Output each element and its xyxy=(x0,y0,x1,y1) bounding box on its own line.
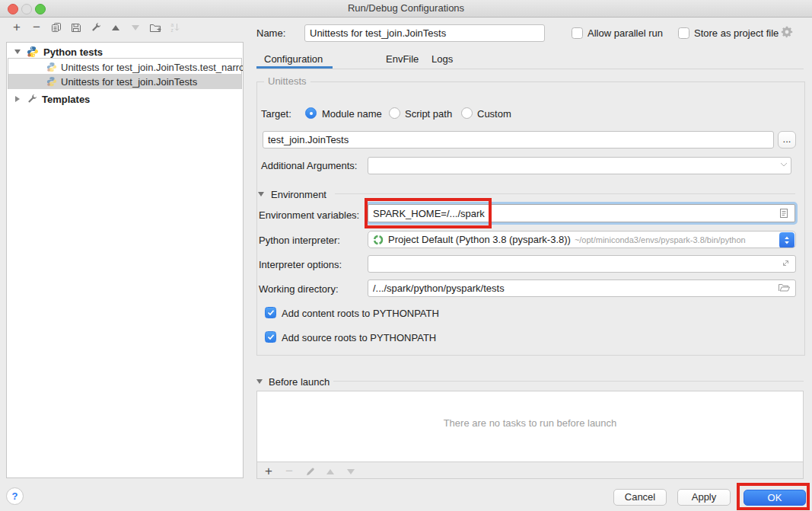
tree-item-test-narrow[interactable]: Unittests for test_join.JoinTests.test_n… xyxy=(7,59,243,75)
templates-wrench-icon xyxy=(27,94,37,104)
before-launch-panel: There are no tasks to run before launch … xyxy=(256,391,804,479)
svg-text:z: z xyxy=(171,27,174,33)
move-up-icon[interactable] xyxy=(109,21,123,34)
titlebar: Run/Debug Configurations xyxy=(0,0,812,18)
add-content-roots-label: Add content roots to PYTHONPATH xyxy=(282,307,439,321)
before-launch-collapse-caret-icon[interactable] xyxy=(256,379,263,384)
save-configuration-icon[interactable] xyxy=(69,21,83,34)
window-title: Run/Debug Configurations xyxy=(0,2,812,14)
python-interpreter-label: Python interpreter: xyxy=(259,234,340,248)
before-launch-empty-text: There are no tasks to run before launch xyxy=(257,417,803,429)
edit-task-icon[interactable] xyxy=(303,465,317,478)
additional-arguments-label: Additional Arguments: xyxy=(261,159,357,173)
radio-module-name[interactable] xyxy=(305,107,317,119)
browse-folder-icon[interactable] xyxy=(778,283,791,292)
store-as-project-file-label: Store as project file xyxy=(694,27,779,40)
unittests-group-title: Unittests xyxy=(264,75,310,87)
edit-templates-icon[interactable] xyxy=(89,21,103,34)
name-input[interactable] xyxy=(304,24,545,42)
help-button[interactable]: ? xyxy=(6,487,24,505)
store-as-project-file-checkbox[interactable] xyxy=(678,27,689,39)
tree-item-jointests-selected[interactable]: Unittests for test_join.JoinTests xyxy=(8,74,241,89)
apply-button[interactable]: Apply xyxy=(677,489,731,506)
environment-section-label: Environment xyxy=(271,188,326,202)
sort-configurations-icon[interactable]: az xyxy=(168,21,182,34)
python-test-icon xyxy=(46,62,57,72)
before-launch-toolbar: + − xyxy=(262,465,358,478)
python-interpreter-value: Project Default (Python 3.8 (pyspark-3.8… xyxy=(388,234,571,245)
ok-button[interactable]: OK xyxy=(744,490,806,506)
move-task-down-icon[interactable] xyxy=(344,465,358,478)
working-directory-label: Working directory: xyxy=(259,283,339,296)
expand-caret-icon[interactable] xyxy=(15,96,20,102)
before-launch-task-list[interactable]: There are no tasks to run before launch xyxy=(257,391,803,462)
tabs-divider-line xyxy=(256,69,804,69)
remove-configuration-icon[interactable]: − xyxy=(30,21,43,34)
tab-configuration[interactable]: Configuration xyxy=(264,52,323,67)
interpreter-options-label: Interpreter options: xyxy=(259,258,342,272)
radio-script-path-label: Script path xyxy=(405,107,452,121)
copy-configuration-icon[interactable] xyxy=(49,21,63,34)
environment-collapse-caret-icon[interactable] xyxy=(258,192,264,196)
move-down-icon[interactable] xyxy=(129,21,142,34)
python-interpreter-select[interactable]: Project Default (Python 3.8 (pyspark-3.8… xyxy=(368,231,796,248)
environment-variables-label: Environment variables: xyxy=(259,209,359,222)
tab-envfile[interactable]: EnvFile xyxy=(386,52,419,67)
radio-script-path[interactable] xyxy=(389,107,400,119)
python-tests-icon xyxy=(27,46,39,58)
configurations-toolbar: + − az xyxy=(10,21,182,34)
add-source-roots-label: Add source roots to PYTHONPATH xyxy=(282,331,436,345)
allow-parallel-run-checkbox[interactable] xyxy=(572,27,583,39)
target-label: Target: xyxy=(261,107,291,121)
radio-custom[interactable] xyxy=(461,107,473,119)
environment-variables-input[interactable] xyxy=(368,204,795,222)
interpreter-options-input[interactable] xyxy=(368,255,796,273)
tree-item-label: Unittests for test_join.JoinTests.test_n… xyxy=(61,62,243,73)
remove-task-icon[interactable]: − xyxy=(282,465,296,478)
tab-logs[interactable]: Logs xyxy=(431,52,453,67)
working-directory-input[interactable] xyxy=(368,279,796,297)
environment-separator-line xyxy=(335,193,795,194)
radio-custom-label: Custom xyxy=(477,107,511,121)
move-task-up-icon[interactable] xyxy=(323,465,337,478)
radio-module-name-label: Module name xyxy=(322,107,382,121)
tree-item-label: Templates xyxy=(42,94,90,105)
additional-arguments-input[interactable] xyxy=(368,157,791,174)
add-content-roots-checkbox[interactable] xyxy=(265,307,276,318)
store-options-gear-icon[interactable] xyxy=(781,26,793,38)
collapse-caret-icon[interactable] xyxy=(14,50,21,54)
before-launch-separator-line xyxy=(333,381,804,382)
expand-field-chevron-icon[interactable] xyxy=(779,161,788,168)
name-label: Name: xyxy=(256,27,285,40)
tree-item-label: Unittests for test_join.JoinTests xyxy=(61,76,197,88)
module-name-input[interactable] xyxy=(263,131,774,149)
python-test-icon xyxy=(46,76,57,87)
add-task-icon[interactable]: + xyxy=(262,465,275,478)
browse-module-button[interactable]: ... xyxy=(778,131,796,149)
tree-item-python-tests[interactable]: Python tests xyxy=(7,44,243,59)
expand-editor-icon[interactable] xyxy=(781,258,791,268)
conda-environment-icon xyxy=(373,235,384,245)
python-interpreter-path: ~/opt/miniconda3/envs/pyspark-3.8/bin/py… xyxy=(575,235,746,244)
configurations-tree: Python tests Unittests for test_join.Joi… xyxy=(6,42,244,478)
run-debug-configurations-dialog: Run/Debug Configurations + − az Pytho xyxy=(0,0,812,511)
add-configuration-icon[interactable]: + xyxy=(10,21,24,34)
tree-item-label: Python tests xyxy=(43,46,103,58)
before-launch-section-label: Before launch xyxy=(269,375,330,389)
combo-arrows-icon[interactable] xyxy=(779,232,794,248)
add-source-roots-checkbox[interactable] xyxy=(265,331,276,343)
tree-item-templates[interactable]: Templates xyxy=(7,91,243,107)
env-vars-list-icon[interactable] xyxy=(779,208,788,219)
svg-text:a: a xyxy=(171,22,174,27)
cancel-button[interactable]: Cancel xyxy=(613,489,667,506)
allow-parallel-run-label: Allow parallel run xyxy=(588,27,663,40)
new-folder-icon[interactable] xyxy=(148,21,162,34)
